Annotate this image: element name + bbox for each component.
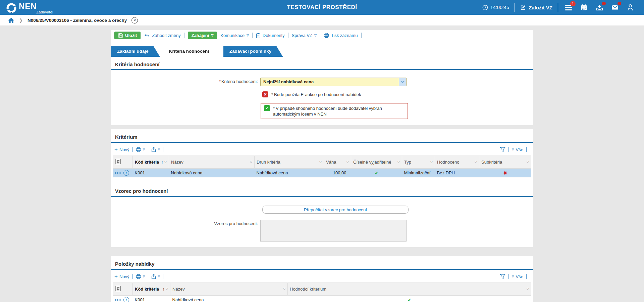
filter-button[interactable] (500, 147, 505, 152)
export-icon (151, 147, 156, 152)
manage-vz-dropdown[interactable]: Správa VZ ▽ (292, 33, 317, 38)
funnel-icon (500, 274, 505, 279)
items-table: Kód kritéria ↑▽ Název▽ Hodnotící kritéri… (113, 283, 531, 302)
breadcrumb: ❯ N006/25/V00003106 - Zelenina, ovoce a … (0, 15, 644, 26)
grid-toolbar-divider (163, 274, 163, 279)
filter-triangle-icon[interactable]: ▽ (346, 161, 349, 164)
export-grid-button[interactable]: ▽ (151, 147, 160, 152)
print-record-button[interactable]: Tisk záznamu (324, 33, 358, 38)
column-header-typ[interactable]: Typ▽ (402, 156, 435, 169)
items-section-heading: Položky nabídky (111, 256, 533, 269)
messages-button[interactable] (610, 2, 620, 12)
main-menu-button[interactable]: 1 (564, 2, 574, 12)
cell-weight: 100,00 (324, 169, 351, 177)
filter-triangle-icon[interactable]: ▽ (475, 161, 477, 164)
cell-name: Nabídková cena (170, 296, 288, 302)
export-grid-button[interactable]: ▽ (151, 274, 160, 279)
user-profile-button[interactable] (625, 2, 635, 12)
triangle-down-icon: ▽ (512, 148, 514, 151)
edit-icon (520, 5, 526, 10)
plus-icon: + (114, 274, 118, 279)
nen-logo[interactable]: NEN Zadavatel (6, 1, 37, 13)
column-header-nazev[interactable]: Název▽ (169, 156, 255, 169)
print-grid-button[interactable]: ▽ (136, 274, 145, 279)
documents-button[interactable]: Dokumenty (256, 33, 285, 38)
criterium-table: Kód kritéria ↑▽ Název▽ Druh kritéria▽ Vá… (113, 156, 531, 177)
filter-triangle-icon[interactable]: ▽ (166, 288, 168, 291)
info-icon[interactable]: i (123, 170, 129, 176)
main-content: Uložit Zahodit změny Zahájeni ▽ Komunika… (0, 30, 644, 302)
info-icon[interactable]: i (123, 297, 129, 302)
criterium-table-row[interactable]: i K001 Nabídková cena Nabídková cena 100… (113, 169, 531, 177)
criteria-field-label: *Kritéria hodnocení: (111, 78, 260, 84)
new-row-button[interactable]: + Nový (114, 147, 129, 153)
funnel-icon (500, 147, 505, 152)
column-header-hodnoceno[interactable]: Hodnoceno▽ (435, 156, 479, 169)
column-header-subkriteria[interactable]: Subkritéria▽ (479, 156, 531, 169)
tab-zadavaci-podminky[interactable]: Zadávací podmínky (223, 46, 283, 57)
grid-toolbar-divider (163, 147, 163, 152)
check-icon: ✔ (408, 297, 412, 302)
new-row-button[interactable]: + Nový (114, 274, 129, 279)
criterium-grid-toolbar: + Nový ▽ ▽ ▽ Vše (111, 144, 533, 155)
column-header-nazev[interactable]: Název▽ (170, 283, 288, 296)
column-header-vaha[interactable]: Váha▽ (324, 156, 351, 169)
calendar-icon (581, 4, 587, 11)
view-all-dropdown[interactable]: ▽ Vše (512, 147, 523, 152)
eauction-flag-label: *Bude použita E-aukce po hodnocení nabíd… (271, 91, 361, 97)
column-header-druh-kriteria[interactable]: Druh kritéria▽ (255, 156, 324, 169)
close-record-button[interactable]: ✕ (131, 17, 138, 24)
section-rule (111, 196, 533, 197)
filter-triangle-icon[interactable]: ▽ (397, 161, 400, 164)
calendar-button[interactable] (579, 2, 589, 12)
inbox-download-icon (596, 4, 603, 11)
person-icon (627, 4, 633, 11)
filter-triangle-icon[interactable]: ▽ (430, 161, 433, 164)
filter-button[interactable] (500, 274, 505, 279)
brand-role: Zadavatel (36, 10, 53, 14)
document-icon (256, 33, 261, 38)
filter-triangle-icon[interactable]: ▽ (283, 288, 285, 291)
column-chooser-header[interactable] (113, 156, 133, 169)
environment-title: TESTOVACÍ PROSTŘEDÍ (287, 4, 357, 11)
printer-icon (136, 274, 141, 279)
row-menu-icon[interactable] (115, 299, 121, 301)
combobox-dropdown-button[interactable] (399, 78, 406, 86)
print-grid-button[interactable]: ▽ (136, 147, 145, 152)
column-header-kod-kriteria[interactable]: Kód kritéria ↑▽ (133, 283, 170, 296)
home-icon[interactable] (8, 17, 14, 23)
discard-changes-button[interactable]: Zahodit změny (144, 33, 180, 38)
items-table-row[interactable]: i K001 Nabídková cena ✔ (113, 296, 531, 302)
criteria-combobox-value: Nejnižší nabídková cena (261, 78, 399, 86)
column-chooser-header[interactable] (113, 283, 133, 296)
recalculate-formula-button[interactable]: Přepočítat vzorec pro hodnocení (262, 206, 409, 214)
row-menu-icon[interactable] (115, 172, 121, 174)
filter-triangle-icon[interactable]: ▽ (164, 161, 167, 164)
create-vz-button[interactable]: Založit VZ (520, 5, 552, 10)
tab-zakladni-udaje[interactable]: Základní údaje (111, 46, 160, 57)
column-header-kod-kriteria[interactable]: Kód kritéria ↑▽ (133, 156, 169, 169)
filter-triangle-icon[interactable]: ▽ (527, 161, 529, 164)
sort-asc-icon[interactable]: ↑ (161, 160, 164, 164)
column-header-ciselne-vyjadritelne[interactable]: Číselně vyjádřitelné▽ (351, 156, 402, 169)
printer-icon (324, 33, 329, 38)
save-button[interactable]: Uložit (114, 32, 141, 39)
grid-toolbar-divider (526, 274, 527, 279)
topbar-divider (515, 3, 515, 12)
view-all-dropdown[interactable]: ▽ Vše (512, 274, 523, 279)
inbox-button[interactable] (594, 2, 604, 12)
cell-type: Minimalizační (402, 169, 435, 177)
criteria-combobox[interactable]: Nejnižší nabídková cena (260, 78, 407, 86)
menu-badge: 1 (570, 1, 576, 6)
filter-triangle-icon[interactable]: ▽ (319, 161, 322, 164)
started-dropdown-button[interactable]: Zahájeni ▽ (188, 32, 217, 39)
filter-triangle-icon[interactable]: ▽ (250, 161, 252, 164)
tab-kriteria-hodnoceni[interactable]: Kritéria hodnocení (163, 46, 220, 57)
communication-dropdown[interactable]: Komunikace ▽ (220, 33, 249, 38)
filter-triangle-icon[interactable]: ▽ (527, 288, 529, 291)
column-header-hodnotici-kriterium[interactable]: Hodnotící kritérium▽ (288, 283, 531, 296)
formula-textarea[interactable] (260, 220, 407, 242)
sort-asc-icon[interactable]: ↑ (163, 287, 165, 291)
create-vz-label: Založit VZ (529, 5, 552, 10)
toolbar-divider (184, 33, 184, 38)
